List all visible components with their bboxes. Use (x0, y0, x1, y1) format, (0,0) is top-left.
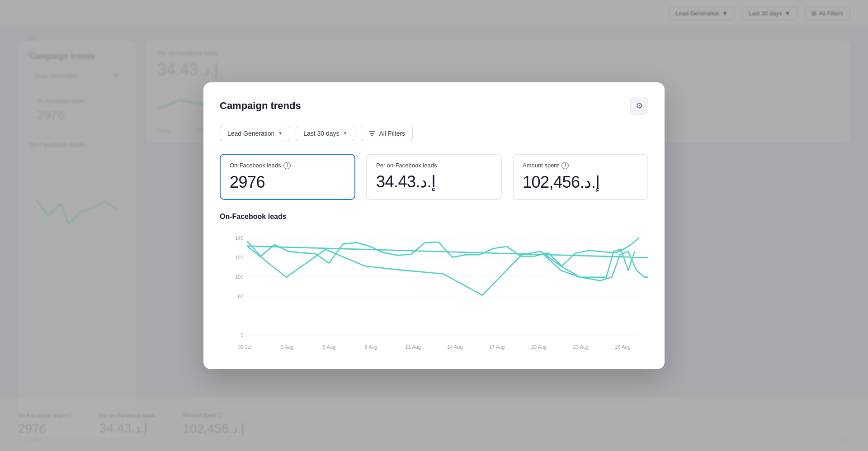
gear-icon: ⚙ (636, 101, 643, 111)
all-filters-label: All Filters (379, 130, 406, 137)
last30-filter-button[interactable]: Last 30 days ▼ (296, 126, 355, 141)
svg-text:5 Aug: 5 Aug (323, 344, 335, 349)
svg-text:100: 100 (235, 274, 244, 279)
svg-text:26 Aug: 26 Aug (615, 344, 631, 349)
modal-overlay[interactable]: Campaign trends ⚙ Lead Generation ▼ Last… (0, 0, 868, 451)
metrics-row: On-Facebook leads i 2976 Per on-Facebook… (220, 154, 648, 200)
metric-label: Amount spent i (523, 162, 638, 169)
svg-text:20 Aug: 20 Aug (531, 344, 547, 349)
svg-text:2 Aug: 2 Aug (281, 344, 293, 349)
campaign-trends-modal: Campaign trends ⚙ Lead Generation ▼ Last… (203, 82, 665, 369)
info-icon: i (561, 162, 569, 169)
chevron-down-icon: ▼ (278, 131, 283, 136)
svg-text:17 Aug: 17 Aug (489, 344, 505, 349)
line-chart: 140 120 100 80 0 30 Jul 2 Aug 5 Aug 8 Au… (220, 228, 648, 355)
metric-per-on-facebook-leads[interactable]: Per on-Facebook leads 34.43.إ.د (366, 154, 502, 200)
all-filters-button[interactable]: All Filters (361, 126, 413, 141)
svg-text:30 Jul: 30 Jul (238, 344, 252, 349)
metric-value: 102,456.إ.د (523, 173, 638, 192)
chart-container: 140 120 100 80 0 30 Jul 2 Aug 5 Aug 8 Au… (220, 228, 648, 355)
lead-gen-filter-button[interactable]: Lead Generation ▼ (220, 126, 290, 141)
modal-header: Campaign trends ⚙ (220, 97, 648, 115)
metric-label: Per on-Facebook leads (376, 162, 492, 169)
svg-text:120: 120 (235, 254, 244, 260)
metric-label: On-Facebook leads i (230, 162, 345, 169)
filter-icon (368, 130, 376, 137)
filter-row: Lead Generation ▼ Last 30 days ▼ All Fil… (220, 126, 648, 141)
svg-text:0: 0 (241, 332, 243, 337)
svg-text:80: 80 (238, 293, 243, 299)
chevron-down-icon: ▼ (343, 131, 348, 136)
chart-title: On-Facebook leads (220, 213, 648, 221)
svg-text:8 Aug: 8 Aug (365, 344, 377, 349)
metric-on-facebook-leads[interactable]: On-Facebook leads i 2976 (220, 154, 355, 200)
metric-amount-spent[interactable]: Amount spent i 102,456.إ.د (513, 154, 648, 200)
settings-button[interactable]: ⚙ (630, 97, 648, 115)
last30-label: Last 30 days (303, 130, 339, 137)
info-icon: i (283, 162, 291, 169)
svg-text:14 Aug: 14 Aug (447, 344, 463, 349)
metric-value: 2976 (230, 173, 345, 192)
modal-title: Campaign trends (220, 100, 301, 112)
svg-text:23 Aug: 23 Aug (573, 344, 589, 349)
svg-text:11 Aug: 11 Aug (405, 344, 421, 349)
svg-text:140: 140 (235, 235, 244, 240)
lead-gen-label: Lead Generation (227, 130, 274, 137)
metric-value: 34.43.إ.د (376, 172, 492, 191)
